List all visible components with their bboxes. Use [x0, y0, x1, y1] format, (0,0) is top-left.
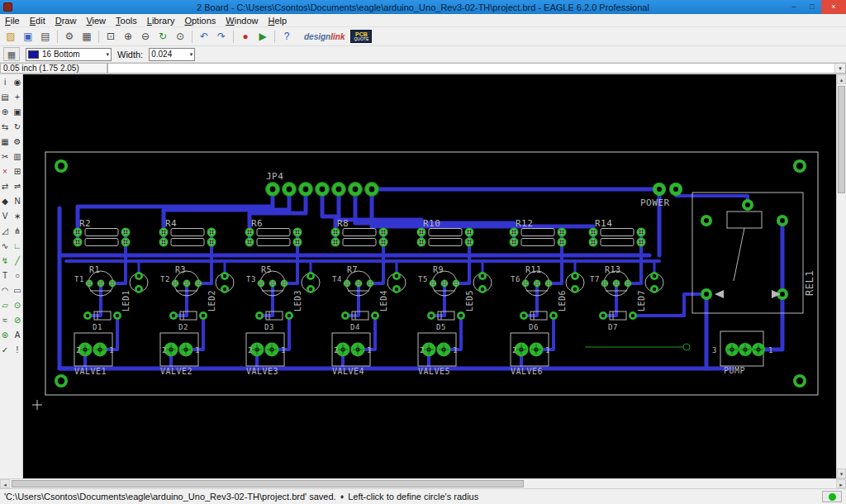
auto-tool-icon[interactable]: A: [12, 330, 22, 340]
board-canvas[interactable]: JP4POWERREL131PUMPR2R1T1LED1D121VALVE1R4…: [23, 74, 836, 478]
titlebar[interactable]: 2 Board - C:\Users\Csontos\Documents\eag…: [0, 0, 846, 14]
open-icon[interactable]: ▨: [2, 29, 19, 45]
channel-5[interactable]: R10R9T5LED5D521VALVE5: [417, 218, 492, 376]
menu-library[interactable]: Library: [142, 15, 180, 26]
minimize-button[interactable]: –: [785, 0, 803, 14]
mounting-hole[interactable]: [55, 374, 68, 388]
menu-view[interactable]: View: [81, 15, 111, 26]
delete-tool-icon[interactable]: ×: [0, 167, 10, 177]
zoom-in-icon[interactable]: ⊕: [120, 29, 136, 45]
rect-tool-icon[interactable]: ▭: [12, 286, 22, 296]
pcb-quote-button[interactable]: PCBQUOTE: [350, 30, 372, 43]
smash-tool-icon[interactable]: ∗: [12, 212, 22, 221]
name-tool-icon[interactable]: N: [12, 197, 22, 207]
drc-tool-icon[interactable]: ✓: [0, 345, 10, 355]
cut-tool-icon[interactable]: ✂: [0, 152, 10, 162]
hole-tool-icon[interactable]: ⊘: [12, 316, 22, 326]
command-combo[interactable]: ▾: [107, 63, 846, 74]
vertical-scrollbar[interactable]: ▴ ▾: [836, 74, 846, 478]
pcb-drawing[interactable]: JP4POWERREL131PUMPR2R1T1LED1D121VALVE1R4…: [23, 74, 836, 478]
undo-icon[interactable]: ↶: [196, 29, 212, 45]
wire-tool-icon[interactable]: ╱: [12, 256, 22, 266]
jp4-header[interactable]: JP4: [266, 171, 379, 197]
ratsnest-tool-icon[interactable]: ⊛: [0, 330, 10, 340]
group-tool-icon[interactable]: ▦: [0, 137, 10, 147]
zoom-select-icon[interactable]: ⊙: [172, 29, 188, 45]
paste-tool-icon[interactable]: ▥: [12, 152, 22, 162]
stop-icon[interactable]: ●: [237, 29, 254, 45]
designlink-logo[interactable]: designlink: [304, 32, 345, 41]
print-icon[interactable]: ▤: [37, 29, 54, 45]
help-icon[interactable]: ?: [278, 29, 295, 45]
change-tool-icon[interactable]: ⚙: [12, 137, 22, 147]
menu-edit[interactable]: Edit: [25, 15, 50, 26]
channel-2[interactable]: R4R3T2LED2D221VALVE2: [159, 218, 235, 376]
display-tool-icon[interactable]: ▤: [0, 93, 10, 102]
board-schematic-icon[interactable]: ▦: [78, 29, 95, 45]
value-tool-icon[interactable]: V: [0, 212, 10, 221]
pinswap-tool-icon[interactable]: ⇄: [0, 182, 10, 192]
chevron-down-icon[interactable]: ▾: [834, 64, 845, 73]
signal-tool-icon[interactable]: ≈: [0, 316, 10, 326]
miter-tool-icon[interactable]: ◿: [0, 226, 10, 236]
command-input[interactable]: [108, 64, 834, 73]
polygon-tool-icon[interactable]: ▱: [0, 301, 10, 311]
menu-options[interactable]: Options: [179, 15, 221, 26]
mirror-tool-icon[interactable]: ⇆: [0, 122, 10, 132]
horizontal-scroll-thumb[interactable]: [12, 480, 524, 487]
via-tool-icon[interactable]: ⊙: [12, 301, 22, 311]
zoom-redraw-icon[interactable]: ↻: [154, 29, 171, 45]
mounting-hole[interactable]: [793, 159, 806, 173]
scroll-up-icon[interactable]: ▴: [837, 74, 846, 84]
cam-processor-icon[interactable]: ⚙: [61, 29, 78, 45]
optimize-tool-icon[interactable]: ∿: [0, 241, 10, 251]
split-tool-icon[interactable]: ⋔: [12, 226, 22, 236]
copy-tool-icon[interactable]: ▣: [12, 107, 22, 117]
menu-window[interactable]: Window: [221, 15, 263, 26]
power-connector[interactable]: POWER: [640, 183, 682, 208]
lock-tool-icon[interactable]: ◆: [0, 197, 10, 207]
menu-draw[interactable]: Draw: [50, 15, 82, 26]
close-button[interactable]: ×: [821, 0, 846, 14]
mounting-hole[interactable]: [793, 374, 806, 388]
grid-settings-icon[interactable]: ▦: [3, 47, 20, 61]
channel-6[interactable]: R12R11T6LED6D621VALVE6: [510, 218, 585, 376]
rotate-tool-icon[interactable]: ↻: [12, 122, 22, 132]
move-tool-icon[interactable]: ⊕: [0, 107, 10, 117]
channel-4[interactable]: R8R7T4LED4D421VALVE4: [331, 218, 406, 376]
scroll-down-icon[interactable]: ▾: [837, 468, 846, 478]
replace-tool-icon[interactable]: ⇌: [12, 182, 22, 192]
channel-1[interactable]: R2R1T1LED1D121VALVE1: [74, 218, 149, 376]
relay-rel1[interactable]: REL1: [692, 193, 815, 313]
errors-tool-icon[interactable]: !: [12, 345, 22, 355]
svg-text:VALVE2: VALVE2: [160, 367, 192, 376]
scroll-left-icon[interactable]: ◂: [0, 479, 10, 488]
show-tool-icon[interactable]: ◉: [12, 78, 22, 88]
menu-help[interactable]: Help: [263, 15, 292, 26]
ripup-tool-icon[interactable]: ↯: [0, 256, 10, 266]
add-tool-icon[interactable]: ⊞: [12, 167, 22, 177]
route-tool-icon[interactable]: ∟: [12, 241, 22, 251]
circle-tool-icon[interactable]: ○: [12, 271, 22, 281]
save-icon[interactable]: ▣: [20, 29, 36, 45]
status-separator-icon: ♦: [340, 492, 345, 501]
layer-select[interactable]: 16 Bottom ▾: [26, 48, 112, 61]
redo-icon[interactable]: ↷: [213, 29, 230, 45]
menu-file[interactable]: File: [0, 15, 25, 26]
mounting-hole[interactable]: [55, 159, 68, 173]
menu-tools[interactable]: Tools: [111, 15, 142, 26]
zoom-out-icon[interactable]: ⊖: [137, 29, 154, 45]
channel-3[interactable]: R6R5T3LED3D321VALVE3: [245, 218, 321, 376]
info-tool-icon[interactable]: i: [0, 78, 10, 88]
scroll-right-icon[interactable]: ▸: [836, 479, 846, 488]
maximize-button[interactable]: □: [803, 0, 821, 14]
width-select[interactable]: 0.024 ▾: [149, 48, 195, 61]
eagle-window: 2 Board - C:\Users\Csontos\Documents\eag…: [0, 0, 846, 504]
mark-tool-icon[interactable]: +: [12, 93, 22, 102]
horizontal-scrollbar[interactable]: ◂ ▸: [0, 478, 846, 488]
vertical-scroll-thumb[interactable]: [838, 86, 845, 193]
zoom-fit-icon[interactable]: ⊡: [102, 29, 119, 45]
run-script-icon[interactable]: ▶: [254, 29, 271, 45]
text-tool-icon[interactable]: T: [0, 271, 10, 281]
arc-tool-icon[interactable]: ◠: [0, 286, 10, 296]
